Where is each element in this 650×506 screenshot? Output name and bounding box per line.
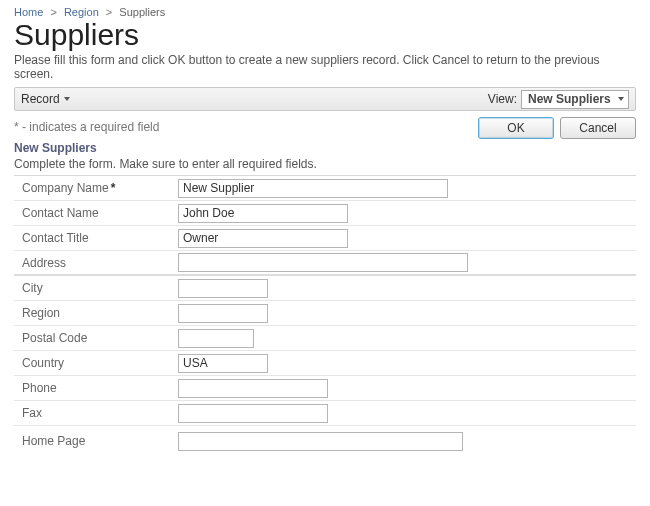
postal-code-input[interactable] [178, 329, 254, 348]
row-home-page: Home Page [14, 426, 636, 456]
fax-input[interactable] [178, 404, 328, 423]
label-country: Country [14, 352, 178, 374]
page-instructions: Please fill this form and click OK butto… [14, 53, 636, 81]
form: Company Name* Contact Name Contact Title… [14, 175, 636, 456]
row-contact-title: Contact Title [14, 226, 636, 251]
city-input[interactable] [178, 279, 268, 298]
row-postal-code: Postal Code [14, 326, 636, 351]
toolbar: Record View: New Suppliers [14, 87, 636, 111]
view-label: View: [488, 92, 517, 106]
section-subtitle: Complete the form. Make sure to enter al… [14, 157, 636, 171]
row-region: Region [14, 301, 636, 326]
record-menu-label: Record [21, 92, 60, 106]
view-select[interactable]: New Suppliers [521, 90, 629, 109]
record-menu[interactable]: Record [21, 92, 70, 106]
chevron-down-icon [64, 97, 70, 101]
contact-title-input[interactable] [178, 229, 348, 248]
breadcrumb-separator: > [106, 6, 112, 18]
row-address: Address [14, 251, 636, 276]
label-contact-name: Contact Name [14, 202, 178, 224]
section-title: New Suppliers [14, 141, 636, 155]
ok-button[interactable]: OK [478, 117, 554, 139]
address-input[interactable] [178, 253, 468, 272]
country-input[interactable] [178, 354, 268, 373]
view-select-value: New Suppliers [528, 92, 611, 106]
row-contact-name: Contact Name [14, 201, 636, 226]
row-city: City [14, 276, 636, 301]
region-input[interactable] [178, 304, 268, 323]
row-country: Country [14, 351, 636, 376]
contact-name-input[interactable] [178, 204, 348, 223]
label-postal-code: Postal Code [14, 327, 178, 349]
label-company-name: Company Name* [14, 177, 178, 199]
label-text: Company Name [22, 181, 109, 195]
label-fax: Fax [14, 402, 178, 424]
label-address: Address [14, 252, 178, 274]
breadcrumb: Home > Region > Suppliers [14, 6, 636, 18]
row-phone: Phone [14, 376, 636, 401]
breadcrumb-home[interactable]: Home [14, 6, 43, 18]
required-note: * - indicates a required field [14, 117, 159, 134]
breadcrumb-current: Suppliers [119, 6, 165, 18]
label-region: Region [14, 302, 178, 324]
cancel-button[interactable]: Cancel [560, 117, 636, 139]
label-contact-title: Contact Title [14, 227, 178, 249]
phone-input[interactable] [178, 379, 328, 398]
label-home-page: Home Page [14, 430, 178, 452]
label-phone: Phone [14, 377, 178, 399]
view-area: View: New Suppliers [488, 90, 629, 109]
chevron-down-icon [618, 97, 624, 101]
home-page-input[interactable] [178, 432, 463, 451]
row-company-name: Company Name* [14, 176, 636, 201]
page-title: Suppliers [14, 18, 636, 51]
required-star-icon: * [111, 181, 116, 195]
breadcrumb-separator: > [50, 6, 56, 18]
label-city: City [14, 277, 178, 299]
company-name-input[interactable] [178, 179, 448, 198]
breadcrumb-region[interactable]: Region [64, 6, 99, 18]
row-fax: Fax [14, 401, 636, 426]
